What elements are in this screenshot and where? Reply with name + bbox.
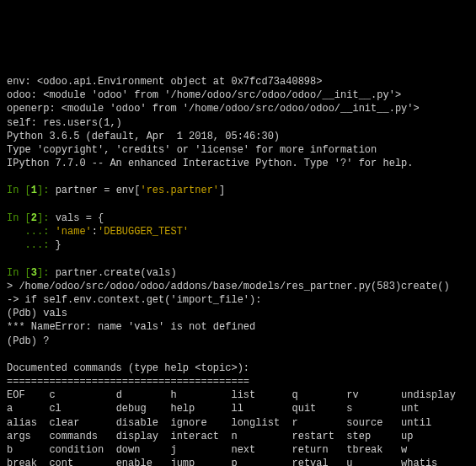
help-cmd: b: [7, 443, 49, 457]
code: partner.create(vals): [56, 267, 177, 279]
help-row: a cl debug help ll quit s unt: [7, 402, 456, 415]
help-cmd: d: [116, 388, 171, 402]
terminal-output: env: <odoo.api.Environment object at 0x7…: [7, 62, 469, 466]
help-row: b condition down j next return tbreak w: [7, 443, 456, 457]
line: Python 3.6.5 (default, Apr 1 2018, 05:46…: [7, 131, 280, 142]
string-literal: 'name': [56, 226, 92, 238]
string-literal: 'DEBUGGER_TEST': [98, 226, 189, 238]
help-cmd: interact: [170, 430, 231, 443]
help-cmd: c: [49, 388, 115, 402]
help-cmd: break: [7, 457, 49, 466]
help-cmd: h: [170, 388, 231, 402]
help-cmd: cl: [49, 402, 115, 415]
line: Type 'copyright', 'credits' or 'license'…: [7, 144, 377, 156]
help-row: break cont enable jump p retval u whatis: [7, 457, 456, 466]
help-cmd: commands: [49, 430, 115, 443]
code: partner = env[: [56, 185, 141, 196]
line: odoo: <module 'odoo' from '/home/odoo/sr…: [7, 89, 401, 101]
in-prompt: In [1]:: [7, 185, 56, 196]
help-cmd: display: [116, 430, 171, 443]
trace-line: > /home/odoo/src/odoo/odoo/addons/base/m…: [7, 281, 450, 292]
help-cmd: w: [401, 443, 456, 457]
help-cmd: enable: [116, 457, 171, 466]
help-cmd: cont: [49, 457, 115, 466]
help-cmd: step: [346, 430, 401, 443]
help-cmd: q: [291, 388, 346, 402]
help-row: alias clear disable ignore longlist r so…: [7, 416, 456, 430]
help-cmd: r: [291, 416, 346, 430]
code: :: [92, 226, 98, 238]
help-cmd: s: [346, 402, 401, 415]
line: IPython 7.7.0 -- An enhanced Interactive…: [7, 158, 413, 169]
help-cmd: a: [7, 402, 49, 415]
help-cmd: u: [346, 457, 401, 466]
pdb-line: (Pdb) vals: [7, 308, 67, 319]
help-cmd: up: [401, 430, 456, 443]
help-cmd: args: [7, 430, 49, 443]
help-cmd: disable: [116, 416, 171, 430]
help-cmd: list: [231, 388, 291, 402]
cont-prompt: ...:: [7, 226, 56, 238]
help-cmd: debug: [116, 402, 171, 415]
in-prompt: In [2]:: [7, 212, 56, 224]
help-cmd: j: [170, 443, 231, 457]
help-cmd: jump: [170, 457, 231, 466]
line: self: res.users(1,): [7, 117, 122, 129]
help-cmd: help: [170, 402, 231, 415]
help-cmd: source: [346, 416, 401, 430]
help-cmd: longlist: [231, 416, 291, 430]
in-prompt: In [3]:: [7, 267, 56, 279]
help-cmd: next: [231, 443, 291, 457]
code: ]: [219, 185, 225, 196]
help-cmd: undisplay: [401, 388, 456, 402]
code: vals = {: [56, 212, 104, 224]
help-cmd: ll: [231, 402, 291, 415]
help-row: args commands display interact n restart…: [7, 430, 456, 443]
help-cmd: quit: [291, 402, 346, 415]
trace-line: -> if self.env.context.get('import_file'…: [7, 294, 261, 306]
help-cmd: clear: [49, 416, 115, 430]
help-cmd: condition: [49, 443, 115, 457]
help-cmd: tbreak: [346, 443, 401, 457]
cont-prompt: ...:: [7, 239, 56, 251]
help-title: Documented commands (type help <topic>):: [7, 362, 249, 374]
help-cmd: down: [116, 443, 171, 457]
help-table: EOF c d h list q rv undisplaya cl debug …: [7, 388, 456, 466]
help-cmd: restart: [291, 430, 346, 443]
help-cmd: return: [291, 443, 346, 457]
error-line: *** NameError: name 'vals' is not define…: [7, 321, 255, 333]
string-literal: 'res.partner': [140, 185, 219, 196]
help-sep: ========================================: [7, 376, 249, 388]
line: openerp: <module 'odoo' from '/home/odoo…: [7, 103, 420, 115]
help-cmd: EOF: [7, 388, 49, 402]
help-cmd: p: [231, 457, 291, 466]
help-row: EOF c d h list q rv undisplay: [7, 388, 456, 402]
help-cmd: retval: [291, 457, 346, 466]
help-cmd: ignore: [170, 416, 231, 430]
code: }: [56, 239, 62, 251]
help-cmd: alias: [7, 416, 49, 430]
pdb-line: (Pdb) ?: [7, 335, 49, 347]
line: env: <odoo.api.Environment object at 0x7…: [7, 76, 322, 88]
help-cmd: until: [401, 416, 456, 430]
help-cmd: unt: [401, 402, 456, 415]
help-cmd: whatis: [401, 457, 456, 466]
help-cmd: rv: [346, 388, 401, 402]
help-cmd: n: [231, 430, 291, 443]
